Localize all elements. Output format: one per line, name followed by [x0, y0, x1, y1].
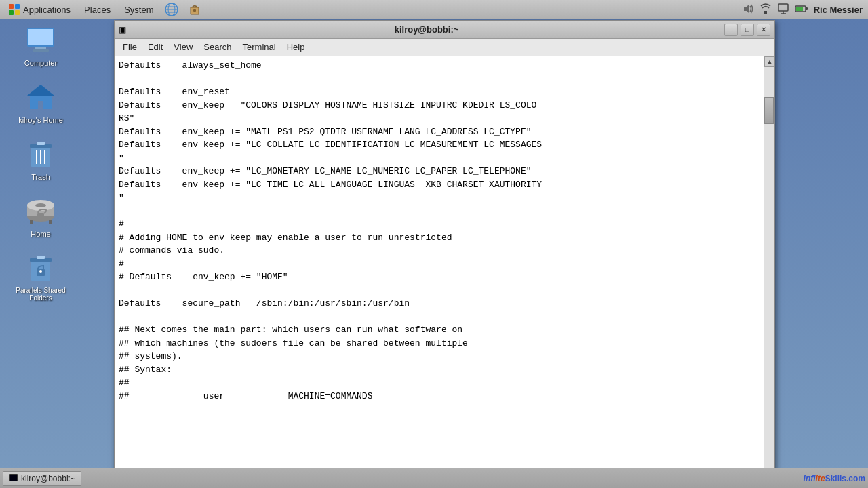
places-label: Places — [84, 5, 111, 15]
svg-rect-16 — [806, 7, 808, 10]
desktop-icons: Computer kilroy's Home Trash — [14, 24, 68, 302]
svg-rect-12 — [778, 4, 788, 11]
computer-icon[interactable]: Computer — [14, 24, 68, 67]
network-icon[interactable] — [760, 3, 772, 17]
active-window-button[interactable]: kilroy@bobbi:~ — [3, 471, 81, 486]
bag-icon — [187, 2, 202, 17]
home-label: Home — [31, 230, 50, 238]
window-titlebar: ▣ kilroy@bobbi:~ _ □ ✕ — [115, 21, 774, 39]
trash-icon[interactable]: Trash — [14, 138, 68, 181]
minimize-button[interactable]: _ — [724, 24, 738, 36]
close-button[interactable]: ✕ — [757, 24, 770, 36]
computer-icon-svg — [24, 24, 57, 56]
svg-rect-34 — [37, 214, 44, 219]
svg-rect-19 — [28, 29, 53, 45]
display-icon-svg — [777, 3, 789, 15]
file-menu[interactable]: File — [117, 41, 142, 54]
applications-menu[interactable]: Applications — [3, 2, 76, 17]
terminal-content[interactable]: Defaults always_set_home Defaults env_re… — [115, 56, 764, 484]
scrollbar-track[interactable]: ▲ ▼ — [764, 56, 774, 484]
places-menu[interactable]: Places — [79, 3, 116, 16]
svg-rect-17 — [796, 7, 803, 11]
window-title: kilroy@bobbi:~ — [129, 24, 724, 35]
system-menu[interactable]: System — [119, 3, 159, 16]
svg-rect-3 — [15, 10, 20, 15]
window-controls: _ □ ✕ — [724, 24, 770, 36]
search-menu[interactable]: Search — [198, 41, 237, 54]
svg-marker-10 — [744, 4, 749, 14]
scrollbar-thumb[interactable] — [764, 97, 774, 124]
svg-rect-21 — [33, 49, 49, 52]
terminal-icon: ▣ — [119, 25, 126, 35]
terminal-content-area: Defaults always_set_home Defaults env_re… — [115, 56, 774, 484]
shared-folders-svg — [24, 251, 57, 284]
display-icon[interactable] — [777, 3, 789, 17]
home-folder-icon[interactable]: kilroy's Home — [14, 81, 68, 124]
home-folder-icon-svg — [24, 81, 57, 113]
home-icon[interactable]: Home — [14, 195, 68, 238]
scrollbar-up-button[interactable]: ▲ — [764, 56, 774, 67]
network-menu[interactable] — [161, 1, 182, 18]
terminal-taskbar-icon — [9, 474, 18, 483]
svg-rect-9 — [193, 9, 196, 12]
desktop: Applications Places System — [0, 0, 868, 488]
maximize-button[interactable]: □ — [741, 24, 754, 36]
help-menu[interactable]: Help — [281, 41, 311, 54]
home-folder-label: kilroy's Home — [18, 116, 63, 124]
system-label: System — [124, 5, 153, 15]
shared-folders-icon[interactable]: Parallels Shared Folders — [14, 251, 68, 302]
svg-point-39 — [39, 270, 42, 273]
top-menu-items: Applications Places System — [0, 1, 205, 18]
battery-icon[interactable] — [795, 3, 808, 17]
terminal-window: ▣ kilroy@bobbi:~ _ □ ✕ File Edit View Se… — [114, 20, 775, 485]
svg-rect-2 — [9, 10, 14, 15]
apps-icon — [8, 3, 20, 16]
system-tray: Ric Messier — [742, 3, 868, 17]
bag-menu[interactable] — [184, 1, 205, 18]
taskbar-right-area: InfiiteSkills.com — [804, 474, 865, 483]
view-menu[interactable]: View — [168, 41, 198, 54]
trash-icon-svg — [24, 138, 57, 170]
svg-rect-37 — [37, 256, 45, 259]
svg-rect-1 — [15, 4, 20, 9]
svg-rect-41 — [10, 475, 17, 481]
home-disk-icon-svg — [24, 195, 57, 227]
taskbar-top: Applications Places System — [0, 0, 868, 19]
battery-icon-svg — [795, 3, 808, 15]
svg-rect-20 — [35, 47, 46, 49]
network-icon-svg — [760, 3, 772, 15]
svg-rect-11 — [764, 11, 767, 14]
infiteskills-logo: InfiiteSkills.com — [804, 474, 865, 483]
svg-rect-0 — [9, 4, 14, 9]
svg-rect-33 — [49, 220, 52, 224]
shared-folders-label: Parallels Shared Folders — [14, 287, 68, 302]
volume-icon-svg — [742, 3, 754, 15]
edit-menu[interactable]: Edit — [142, 41, 168, 54]
svg-point-31 — [35, 203, 46, 207]
user-name-label: Ric Messier — [814, 5, 863, 15]
svg-rect-32 — [30, 220, 33, 224]
trash-label: Trash — [31, 173, 50, 181]
computer-label: Computer — [24, 59, 57, 67]
volume-icon[interactable] — [742, 3, 754, 17]
taskbar-window-label: kilroy@bobbi:~ — [21, 474, 75, 483]
globe-icon — [164, 2, 179, 17]
applications-label: Applications — [23, 5, 71, 15]
svg-rect-24 — [37, 142, 45, 145]
terminal-menu[interactable]: Terminal — [237, 41, 281, 54]
taskbar-bottom: kilroy@bobbi:~ InfiiteSkills.com — [0, 468, 868, 488]
menu-bar: File Edit View Search Terminal Help — [115, 39, 774, 56]
